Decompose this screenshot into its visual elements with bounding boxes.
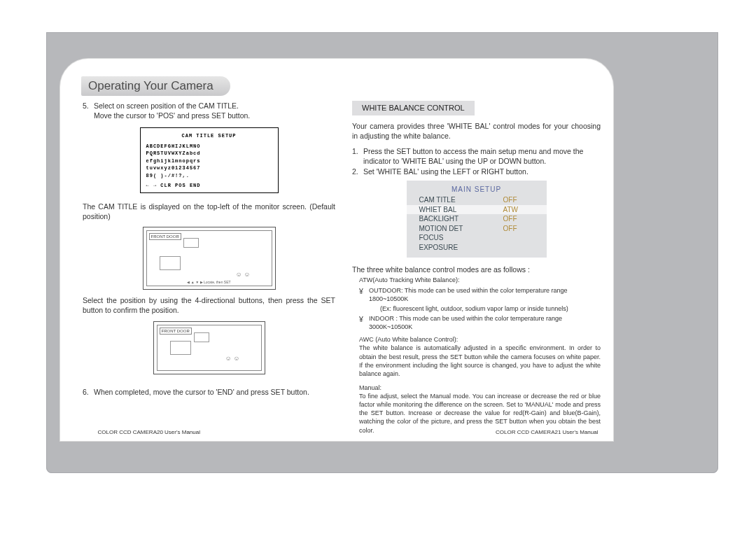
osd-row: 89( )-/#!?,. — [146, 172, 272, 180]
menu-value — [503, 233, 534, 243]
step-number: 6. — [83, 387, 94, 397]
paragraph: Select the position by using the 4-direc… — [83, 295, 335, 315]
monitor-illustration-2: FRONT DOOR ☺ ☺ — [153, 321, 265, 374]
mode-heading: ATW(Auto Tracking White Balance): — [352, 276, 601, 284]
step-5: 5. Select on screen position of the CAM … — [83, 101, 335, 120]
drawing-people-icon: ☺ ☺ — [236, 270, 251, 279]
monitor-illustration-1: FRONT DOOR ☺ ☺ ◀ ▲ ▼ ▶ Locate, then SET — [143, 227, 276, 290]
drawing-frame-icon — [194, 332, 209, 342]
osd-row: efghijklmnopqrs — [146, 157, 272, 165]
menu-key: CAM TITLE — [419, 195, 503, 205]
menu-key: FOCUS — [419, 233, 503, 243]
mode-heading: AWC (Auto White balance Control): — [352, 335, 601, 344]
right-column: WHITE BALANCE CONTROL Your camera provid… — [348, 101, 613, 420]
step-number: 5. — [83, 101, 94, 120]
step-number: 1. — [352, 146, 363, 166]
section-title: Operating Your Camera — [81, 76, 230, 96]
menu-key: BACKLIGHT — [419, 214, 503, 224]
menu-key: MOTION DET — [419, 224, 503, 234]
example-note: (Ex: fluorescent light, outdoor, sodium … — [352, 304, 601, 313]
drawing-tv-icon — [170, 341, 191, 355]
osd-row: ABCDEFGHIJKLMNO — [146, 143, 272, 150]
step-number: 2. — [352, 167, 363, 176]
mode-body: To fine adjust, select the Manual mode. … — [352, 392, 601, 435]
page-footer-left: COLOR CCD CAMERA20 User's Manual — [83, 429, 216, 437]
bullet-text: OUTDOOR: This mode can be used within th… — [369, 286, 601, 303]
left-column: 5. Select on screen position of the CAM … — [83, 101, 348, 420]
paragraph: The three white balance control modes ar… — [352, 265, 601, 274]
paragraph: Your camera provides three 'WHITE BAL' c… — [352, 121, 601, 141]
main-setup-menu: MAIN SETUP CAM TITLE OFF WHIET BAL ATW B… — [407, 181, 547, 258]
bullet-icon: ¥ — [359, 286, 369, 303]
drawing-tv-icon — [160, 256, 181, 270]
illustration-caption: ◀ ▲ ▼ ▶ Locate, then SET — [147, 280, 272, 285]
front-door-label: FRONT DOOR — [160, 328, 192, 335]
menu-row: CAM TITLE OFF — [407, 195, 547, 205]
menu-value: ATW — [503, 205, 534, 215]
menu-row: EXPOSURE — [407, 243, 547, 253]
menu-value: OFF — [503, 214, 534, 224]
step-2: 2. Set 'WHITE BAL' using the LEFT or RIG… — [352, 167, 601, 176]
osd-row: PQRSTUVWXYZabcd — [146, 150, 272, 157]
bullet-text: INDOOR : This mode can be used within th… — [369, 314, 601, 331]
osd-row: ← → CLR POS END — [146, 182, 272, 190]
mode-heading: Manual: — [352, 384, 601, 392]
menu-value: OFF — [503, 195, 534, 205]
osd-title: CAM TITLE SETUP — [146, 132, 272, 140]
menu-row: BACKLIGHT OFF — [407, 214, 547, 224]
step-text: When completed, move the cursor to 'END'… — [94, 387, 335, 397]
menu-row-highlighted: WHIET BAL ATW — [407, 205, 547, 215]
paragraph: The CAM TITLE is displayed on the top-le… — [83, 202, 335, 221]
step-6: 6. When completed, move the cursor to 'E… — [83, 387, 335, 397]
page-footer-right: COLOR CCD CAMERA21 User's Manual — [481, 429, 614, 437]
step-text: Set 'WHITE BAL' using the LEFT or RIGHT … — [363, 167, 601, 176]
menu-value — [503, 243, 534, 253]
subsection-heading: WHITE BALANCE CONTROL — [352, 101, 475, 115]
bullet-item: ¥ INDOOR : This mode can be used within … — [352, 314, 601, 331]
step-text: Press the SET button to access the main … — [363, 146, 601, 166]
two-column-layout: 5. Select on screen position of the CAM … — [83, 101, 613, 420]
menu-row: FOCUS — [407, 233, 547, 243]
section-tab: Operating Your Camera — [81, 76, 230, 96]
step-1: 1. Press the SET button to access the ma… — [352, 146, 601, 166]
step-text: Select on screen position of the CAM TIT… — [94, 101, 335, 111]
panel-background: Operating Your Camera 5. Select on scree… — [46, 32, 718, 473]
drawing-frame-icon — [183, 238, 199, 248]
osd-cam-title-setup: CAM TITLE SETUP ABCDEFGHIJKLMNO PQRSTUVW… — [140, 127, 279, 193]
mode-body: The white balance is automatically adjus… — [352, 344, 601, 378]
menu-key: WHIET BAL — [419, 205, 503, 215]
osd-row: tuvwxyz01234567 — [146, 164, 272, 172]
menu-key: EXPOSURE — [419, 243, 503, 253]
bullet-icon: ¥ — [359, 314, 369, 331]
menu-title: MAIN SETUP — [407, 185, 547, 195]
front-door-label: FRONT DOOR — [149, 233, 181, 240]
drawing-people-icon: ☺ ☺ — [225, 354, 240, 363]
page: Operating Your Camera 5. Select on scree… — [0, 0, 756, 534]
menu-row: MOTION DET OFF — [407, 224, 547, 234]
bullet-item: ¥ OUTDOOR: This mode can be used within … — [352, 286, 601, 303]
menu-value: OFF — [503, 224, 534, 234]
content-card: Operating Your Camera 5. Select on scree… — [60, 59, 613, 441]
step-text: Move the cursor to 'POS' and press SET b… — [94, 111, 335, 120]
